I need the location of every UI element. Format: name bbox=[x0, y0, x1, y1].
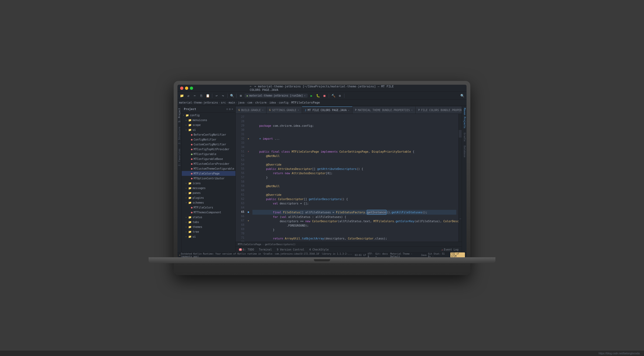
status-lang[interactable]: Java bbox=[421, 252, 426, 258]
maximize-button[interactable] bbox=[190, 87, 193, 90]
run-btn[interactable]: ▶ bbox=[309, 93, 314, 98]
folder-icon: 📁 bbox=[188, 230, 191, 233]
tool-tab-todo[interactable]: 6 6: TODO bbox=[237, 247, 256, 252]
code-keyword: new bbox=[305, 219, 312, 223]
status-git-stat[interactable]: Git Stat: 51 0↑ · bbox=[428, 252, 448, 258]
tool-tab-event-log[interactable]: ⚠ Event Log bbox=[440, 247, 460, 252]
cut-btn[interactable]: ✂ bbox=[192, 93, 197, 98]
bc-java[interactable]: java bbox=[238, 101, 245, 104]
tab-file-colors-bundle[interactable]: P FILE COLORS BUNDLE.PROPERTIES × bbox=[416, 107, 462, 114]
tab-build-gradle[interactable]: G BUILD.GRADLE × bbox=[236, 107, 266, 114]
bc-src[interactable]: src bbox=[221, 101, 226, 104]
tree-item-custom-config[interactable]: ● CustomConfigNotifier bbox=[182, 142, 235, 147]
line-num: 58 bbox=[236, 180, 244, 184]
gutter-collapse[interactable]: + bbox=[246, 136, 250, 141]
tree-item-mtfilecolors[interactable]: ● MTFileColors bbox=[182, 205, 235, 210]
stop-btn[interactable]: ■ bbox=[322, 93, 327, 98]
tree-item-mt-custom-theme[interactable]: ● MTCustomThemeConfigurable bbox=[182, 166, 235, 171]
tree-item-ui2[interactable]: ▸ 📁 ui bbox=[182, 234, 235, 239]
gradle-label[interactable]: Gradle bbox=[462, 131, 467, 144]
status-git-docs[interactable]: Git: docs ÷ bbox=[375, 252, 389, 258]
tab-close-icon[interactable]: × bbox=[348, 109, 349, 112]
tree-item-mt-option[interactable]: ● MTOptionContributor bbox=[182, 176, 235, 181]
status-memory[interactable]: 532 of 672M bbox=[450, 252, 465, 258]
tab-close-icon[interactable]: × bbox=[262, 109, 263, 111]
sync-btn[interactable]: ↺ bbox=[186, 93, 191, 98]
bc-idea[interactable]: idea bbox=[269, 101, 276, 104]
bc-project[interactable]: material-theme-jetbrains bbox=[179, 101, 218, 104]
status-position[interactable]: 63:61 bbox=[355, 252, 362, 258]
tree-item-mt-file-colors[interactable]: ● MTFileColorsPage bbox=[182, 171, 235, 176]
tool-tab-checkstyle[interactable]: 4 CheckStyle bbox=[308, 247, 330, 252]
tree-item-icons[interactable]: ▸ 📁 icons bbox=[182, 181, 235, 186]
debug-btn[interactable]: 🐛 bbox=[315, 93, 321, 98]
search-everywhere-btn[interactable]: 🔍 bbox=[460, 93, 465, 98]
project-label[interactable]: 1: Project bbox=[177, 106, 181, 125]
structure-label[interactable]: 2: Structure bbox=[177, 125, 181, 146]
tool-tab-terminal[interactable]: Terminal bbox=[257, 247, 273, 252]
gutter-expand[interactable]: + bbox=[246, 218, 250, 223]
status-lf[interactable]: LF bbox=[363, 252, 366, 258]
maven-projects-label[interactable]: Maven Projects bbox=[462, 106, 467, 131]
build-btn[interactable]: 🔨 bbox=[331, 93, 336, 98]
editor-scrollbar[interactable]: — bbox=[458, 114, 462, 242]
line-num: 52 bbox=[236, 154, 244, 158]
tab-settings-gradle[interactable]: G SETTINGS.GRADLE × bbox=[266, 107, 302, 114]
tree-item-status[interactable]: ▸ 📁 status bbox=[182, 215, 235, 220]
tree-item-mt-configurable-base[interactable]: ● MTConfigurableBase bbox=[182, 156, 235, 161]
tree-item-ui[interactable]: ▸ 📁 ui bbox=[182, 127, 235, 132]
close-sidebar-icon[interactable]: × bbox=[231, 108, 233, 111]
status-charset[interactable]: UTF-8 bbox=[368, 252, 374, 258]
gutter-breakpoint[interactable]: ● bbox=[246, 210, 250, 214]
tab-close-icon[interactable]: × bbox=[411, 109, 413, 111]
tree-item-mt-configurable[interactable]: ● MTConfigurable bbox=[182, 152, 235, 156]
folder-btn[interactable]: 📁 bbox=[179, 93, 184, 98]
code-fn: getAttributeDescriptors bbox=[317, 167, 356, 171]
code-area[interactable]: package com.chrisrm.idea.config; + impor… bbox=[250, 114, 458, 242]
close-button[interactable] bbox=[180, 87, 183, 90]
copy-btn[interactable]: ⎘ bbox=[198, 93, 204, 98]
java-icon: ● bbox=[191, 133, 193, 136]
redo-btn[interactable]: ↪ bbox=[220, 93, 226, 98]
status-theme[interactable]: Material Theme - Default bbox=[390, 252, 419, 258]
tool-tab-vcs[interactable]: 9 Version Control bbox=[275, 247, 306, 252]
tab-material-theme-bundle[interactable]: P MATERIAL THEME BUNDLE.PROPERTIES × bbox=[352, 107, 416, 114]
tree-item-before-config[interactable]: ● BeforeConfigNotifier bbox=[182, 132, 235, 137]
tree-item-scope[interactable]: ▸ 📁 scope bbox=[182, 122, 235, 127]
tree-item-panes[interactable]: ▸ 📁 panes bbox=[182, 190, 235, 195]
ed-bc-method[interactable]: getColorDescriptors() bbox=[265, 243, 296, 246]
tree-item-tree[interactable]: ▸ 📁 tree bbox=[182, 229, 235, 234]
bc-file[interactable]: MTFileColorsPage bbox=[291, 101, 320, 104]
tree-item-config-root[interactable]: ▾ 📁 config bbox=[182, 113, 235, 118]
bc-main[interactable]: main bbox=[229, 101, 235, 104]
tree-item-messages[interactable]: ▸ 📁 messages bbox=[182, 186, 235, 190]
ed-bc-class[interactable]: MTFileColorsPage bbox=[238, 243, 261, 246]
tree-item-menuicons[interactable]: ▸ 📁 menuicons bbox=[182, 118, 235, 122]
favorites-label[interactable]: 2: Favorites bbox=[177, 146, 181, 168]
run-config[interactable]: ▶ material-theme-jetbrains [runIde] ▾ bbox=[245, 94, 308, 98]
bc-chrisrm[interactable]: chrisrm bbox=[255, 101, 266, 104]
tree-item-tabs[interactable]: ▸ 📁 tabs bbox=[182, 220, 235, 224]
settings-btn[interactable]: ⚙ bbox=[337, 93, 342, 98]
bc-config[interactable]: config bbox=[279, 101, 288, 104]
search-btn[interactable]: 🔍 bbox=[229, 93, 235, 98]
tree-item-themes[interactable]: ▸ 📁 themes bbox=[182, 224, 235, 229]
gear-icon[interactable]: ⚙ bbox=[226, 108, 228, 111]
grid-btn[interactable]: ⊞ bbox=[238, 93, 244, 98]
undo-btn[interactable]: ↩ bbox=[214, 93, 219, 98]
line-num-current: 65 bbox=[236, 210, 244, 214]
tree-item-plugins[interactable]: ▸ 📁 plugins bbox=[182, 195, 235, 200]
tree-item-mt-config-top[interactable]: ● MTConfigTopHitProvider bbox=[182, 147, 235, 152]
bc-com[interactable]: com bbox=[247, 101, 252, 104]
editor-breadcrumb: MTFileColorsPage › getColorDescriptors() bbox=[236, 242, 462, 247]
layout-icon[interactable]: ⊞ bbox=[229, 108, 231, 111]
database-label[interactable]: Database bbox=[462, 143, 467, 159]
paste-btn[interactable]: 📋 bbox=[205, 93, 210, 98]
tree-item-schemes[interactable]: ▾ 📁 schemes bbox=[182, 200, 235, 205]
tree-item-mtthemescomponent[interactable]: ● MTThemesComponent bbox=[182, 210, 235, 215]
tab-close-icon[interactable]: × bbox=[298, 109, 299, 111]
tree-item-mt-custom-colors[interactable]: ● MTCustomColorsProvider bbox=[182, 161, 235, 166]
tab-mt-file-colors[interactable]: J MT FILE COLORS PAGE.JAVA × bbox=[302, 107, 352, 114]
tree-item-config-notifier[interactable]: ● ConfigNotifier bbox=[182, 137, 235, 142]
minimize-button[interactable] bbox=[185, 87, 188, 90]
